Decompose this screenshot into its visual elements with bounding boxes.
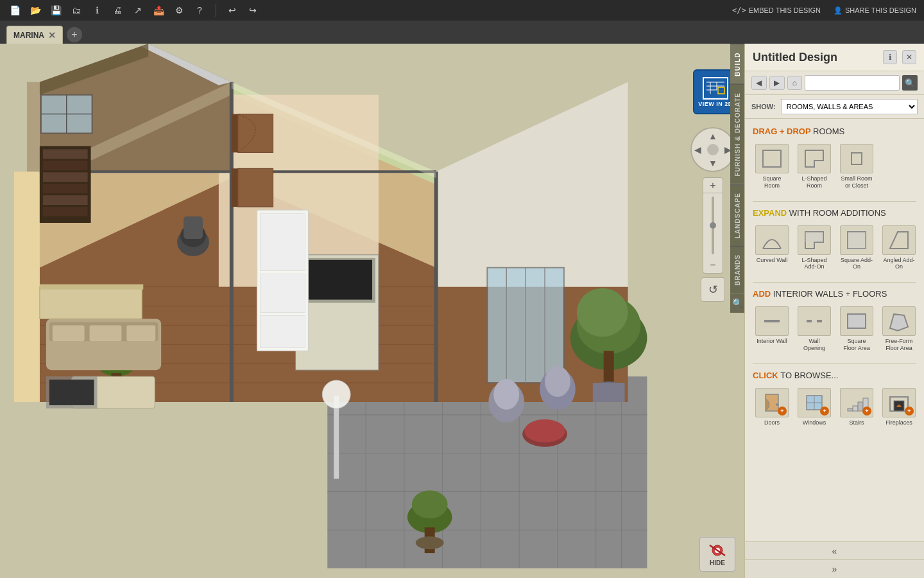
hide-btn[interactable]: HIDE (699, 537, 735, 572)
interior-title: ADD INTERIOR WALLS + FLOORS (753, 289, 916, 299)
nav-left-btn[interactable]: ◀ (694, 144, 701, 155)
l-shaped-addon-item[interactable]: L-Shaped Add-On (795, 223, 834, 274)
angled-addon-item[interactable]: Angled Add-On (880, 223, 918, 274)
new-icon[interactable]: 📄 (8, 3, 22, 17)
panel-info-btn[interactable]: ℹ (883, 50, 897, 64)
panel-search-input[interactable] (805, 75, 900, 91)
design-tab[interactable]: MARINA ✕ (6, 26, 63, 44)
svg-rect-106 (763, 150, 781, 167)
svg-rect-75 (184, 216, 203, 239)
svg-rect-76 (40, 287, 142, 319)
zoom-out-btn[interactable]: − (703, 258, 723, 273)
svg-rect-69 (232, 114, 238, 153)
stairs-item[interactable]: + Stairs (837, 385, 876, 429)
svg-rect-72 (238, 168, 273, 207)
panel-collapse-down-btn[interactable]: » (745, 560, 924, 578)
square-room-item[interactable]: Square Room (753, 141, 791, 192)
embed-btn[interactable]: </> EMBED THIS DESIGN (732, 6, 821, 15)
main: VIEW IN 2D ▲ ▼ ◀ ▶ + − ↺ (0, 44, 924, 578)
add-tab-btn[interactable]: + (67, 27, 82, 42)
browse-title: CLICK TO BROWSE... (753, 371, 916, 380)
svg-rect-89 (43, 195, 88, 205)
vtab-search[interactable]: 🔍 (730, 293, 744, 313)
svg-rect-86 (43, 161, 88, 170)
panel-bottom: « » (745, 541, 924, 578)
interior-wall-item[interactable]: Interior Wall (753, 304, 791, 355)
sep1 (753, 201, 916, 202)
svg-rect-90 (43, 207, 88, 216)
svg-point-81 (412, 490, 448, 518)
svg-rect-71 (232, 168, 238, 207)
panel-title: Untitled Design (753, 51, 878, 64)
wall-opening-item[interactable]: Wall Opening (795, 304, 834, 355)
save-icon[interactable]: 💾 (49, 3, 63, 17)
nav-up-btn[interactable]: ▲ (708, 131, 717, 141)
l-shaped-room-item[interactable]: L-Shaped Room (795, 141, 834, 192)
panel-home-btn[interactable]: ⌂ (787, 76, 803, 90)
panel-nav: ◀ ▶ ⌂ 🔍 (745, 71, 924, 95)
svg-rect-122 (853, 406, 858, 411)
nav-center (707, 144, 719, 155)
panel-collapse-up-btn[interactable]: « (745, 542, 924, 560)
show-select[interactable]: ROOMS, WALLS & AREAS (781, 99, 918, 114)
svg-point-83 (416, 536, 444, 549)
fireplaces-item[interactable]: + Fireplaces (880, 385, 918, 429)
canvas-area[interactable]: VIEW IN 2D ▲ ▼ ◀ ▶ + − ↺ (0, 44, 744, 578)
curved-wall-item[interactable]: Curved Wall (753, 223, 791, 274)
vtab-landscape[interactable]: LANDSCAPE (730, 184, 744, 246)
svg-rect-109 (805, 232, 823, 242)
square-addon-item[interactable]: Square Add-On (837, 223, 876, 274)
nav-controls: ▲ ▼ ◀ ▶ + − ↺ (690, 127, 735, 302)
redo-icon[interactable]: ↪ (246, 3, 260, 17)
svg-rect-70 (238, 114, 273, 153)
info-icon[interactable]: ℹ (90, 3, 104, 17)
svg-marker-22 (14, 171, 40, 402)
vtab-build[interactable]: BUILD (730, 44, 744, 84)
vtab-furnish[interactable]: FURNISH & DECORATE (730, 84, 744, 184)
zoom-controls: + − (703, 177, 723, 274)
svg-marker-1 (327, 376, 647, 568)
sep3 (753, 363, 916, 364)
svg-point-50 (524, 419, 565, 442)
sep2 (753, 282, 916, 283)
saveas-icon[interactable]: 🗂 (69, 3, 83, 17)
square-floor-item[interactable]: Square Floor Area (837, 304, 876, 355)
windows-item[interactable]: + Windows (795, 385, 834, 429)
svg-rect-64 (90, 325, 122, 341)
svg-rect-96 (704, 78, 727, 98)
drag-drop-grid: Square Room L-Shaped Room (753, 141, 916, 192)
nav-down-btn[interactable]: ▼ (708, 158, 717, 168)
panel-back-btn[interactable]: ◀ (751, 76, 767, 90)
settings-icon[interactable]: ⚙ (172, 3, 186, 17)
svg-rect-121 (848, 408, 853, 411)
panel-search-btn[interactable]: 🔍 (902, 75, 918, 91)
panel-close-btn[interactable]: ✕ (902, 50, 916, 64)
svg-rect-68 (49, 380, 94, 405)
vertical-tabs: BUILD FURNISH & DECORATE LANDSCAPE BRAND… (730, 44, 744, 313)
zoom-slider[interactable] (703, 193, 723, 258)
undo-icon[interactable]: ↩ (225, 3, 239, 17)
vtab-brands[interactable]: BRANDS (730, 246, 744, 293)
zoom-thumb (710, 222, 716, 229)
freeform-floor-item[interactable]: Free-Form Floor Area (880, 304, 918, 355)
drag-drop-title: DRAG + DROP ROOMS (753, 127, 916, 136)
topbar-left: 📄 📂 💾 🗂 ℹ 🖨 ↗ 📤 ⚙ ? ↩ ↪ (8, 3, 260, 17)
open-icon[interactable]: 📂 (28, 3, 42, 17)
svg-rect-56 (593, 383, 625, 402)
help-icon[interactable]: ? (193, 3, 207, 17)
doors-item[interactable]: + Doors (753, 385, 791, 429)
small-room-item[interactable]: Small Room or Closet (837, 141, 876, 192)
svg-rect-111 (848, 232, 866, 249)
navigation-ring: ▲ ▼ ◀ ▶ (690, 127, 735, 172)
print-icon[interactable]: 🖨 (110, 3, 124, 17)
svg-point-48 (545, 366, 570, 397)
zoom-track (712, 197, 714, 254)
share-btn[interactable]: 👤 SHARE THIS DESIGN (834, 6, 916, 15)
panel-forward-btn[interactable]: ▶ (769, 76, 785, 90)
reset-view-btn[interactable]: ↺ (701, 277, 725, 302)
export-icon[interactable]: ↗ (131, 3, 145, 17)
show-label: SHOW: (751, 103, 776, 110)
svg-rect-40 (302, 260, 372, 300)
share-icon[interactable]: 📤 (151, 3, 166, 17)
zoom-in-btn[interactable]: + (703, 178, 723, 193)
